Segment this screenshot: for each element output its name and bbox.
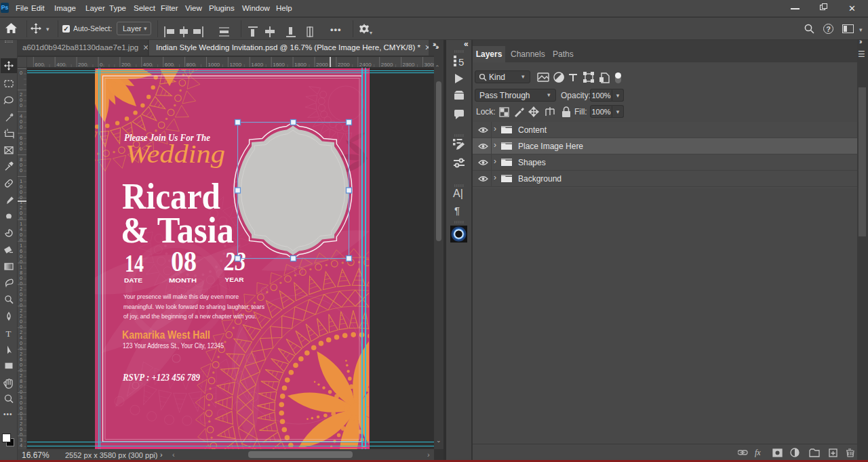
- svg-text:1000: 1000: [208, 62, 220, 68]
- svg-text:600: 600: [165, 62, 174, 68]
- svg-text:2200: 2200: [338, 62, 350, 68]
- svg-text:2800: 2800: [403, 62, 415, 68]
- svg-text:08: 08: [171, 246, 197, 277]
- svg-text:1800: 1800: [294, 62, 307, 68]
- svg-text:¶: ¶: [454, 205, 460, 216]
- svg-text:Your presence will make this d: Your presence will make this day even mo…: [123, 293, 239, 300]
- svg-text:MONTH: MONTH: [169, 276, 197, 284]
- svg-text:200: 200: [78, 62, 87, 68]
- svg-text:600: 600: [35, 62, 44, 68]
- svg-text:T: T: [6, 329, 12, 339]
- svg-text:800: 800: [186, 62, 196, 68]
- svg-text:1600: 1600: [273, 62, 285, 68]
- svg-text:400: 400: [143, 62, 153, 68]
- svg-text:123 Your Address St., Your Cit: 123 Your Address St., Your City, 12345: [123, 341, 224, 350]
- svg-text:A|: A|: [453, 188, 463, 199]
- svg-text:1200: 1200: [229, 62, 241, 68]
- svg-text:0: 0: [20, 102, 22, 108]
- svg-text:of joy, and the beginning of a: of joy, and the beginning of a new chapt…: [123, 312, 256, 320]
- svg-text:3000: 3000: [425, 62, 435, 68]
- svg-text:RSVP : +123 456 789: RSVP : +123 456 789: [122, 372, 200, 383]
- svg-text:0: 0: [20, 167, 22, 173]
- svg-text:200: 200: [121, 62, 131, 68]
- svg-text:0: 0: [20, 70, 22, 76]
- svg-text:Kamarika West Hall: Kamarika West Hall: [122, 329, 210, 341]
- svg-text:5: 5: [458, 56, 464, 68]
- svg-text:400: 400: [56, 62, 66, 68]
- svg-text:& Tasia: & Tasia: [121, 209, 234, 251]
- svg-text:2400: 2400: [359, 62, 372, 68]
- svg-text:fx: fx: [755, 448, 761, 457]
- svg-text:meaningful. We look forward to: meaningful. We look forward to sharing l…: [123, 303, 264, 310]
- svg-text:1400: 1400: [251, 62, 263, 68]
- svg-text:DATE: DATE: [124, 276, 142, 284]
- svg-text:0: 0: [20, 146, 22, 152]
- svg-text:Wedding: Wedding: [125, 140, 225, 168]
- svg-text:2000: 2000: [316, 62, 328, 68]
- svg-text:0: 0: [20, 124, 22, 130]
- svg-text:2600: 2600: [381, 62, 393, 68]
- svg-text:0: 0: [100, 62, 103, 68]
- svg-text:14: 14: [125, 250, 144, 277]
- svg-text:YEAR: YEAR: [225, 276, 244, 283]
